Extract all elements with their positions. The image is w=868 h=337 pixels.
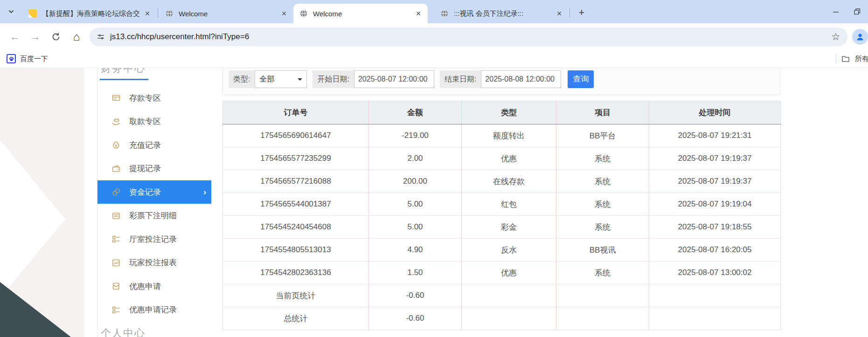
search-button[interactable]: 查询: [568, 70, 594, 88]
sidebar-section-finance: 财务中心: [101, 68, 211, 76]
sidebar-item-label: 存款专区: [129, 93, 161, 103]
table-row: 17545452404546085.00彩金系统2025-08-07 19:18…: [223, 216, 781, 239]
table-cell: BB平台: [556, 124, 649, 147]
table-row: 总统计-0.60: [223, 307, 781, 330]
back-button[interactable]: ←: [6, 28, 24, 46]
table-cell: 系统: [556, 216, 649, 239]
person-icon: [855, 32, 865, 42]
tab-search-button[interactable]: [4, 4, 19, 19]
card-icon: [111, 93, 121, 103]
sidebar-item-1[interactable]: 取款专区: [97, 110, 211, 133]
type-select[interactable]: 全部: [255, 70, 307, 88]
sidebar-item-2[interactable]: 充值记录: [97, 133, 211, 157]
table-cell: 系统: [556, 170, 649, 193]
tab-title: Welcome: [313, 10, 413, 18]
table-cell: 1754565544001387: [223, 193, 369, 216]
all-bookmarks-label: 所有: [855, 55, 868, 63]
table-cell: 4.90: [369, 239, 462, 261]
table-cell: 总统计: [223, 307, 369, 330]
table-cell: 系统: [556, 193, 649, 216]
table-cell: 在线存款: [462, 170, 556, 193]
table-row: 1754565577216088200.00在线存款系统2025-08-07 1…: [223, 170, 781, 193]
table-row: 17545655772352992.00优惠系统2025-08-07 19:19…: [223, 147, 781, 170]
table-cell: 1754565577216088: [223, 170, 369, 193]
sidebar-item-8[interactable]: 优惠申请: [97, 275, 211, 298]
table-cell: -219.00: [369, 124, 462, 147]
end-date-label: 结束日期:: [440, 70, 481, 88]
bookmark-label: 百度一下: [20, 55, 48, 63]
table-cell: 1754565690614647: [223, 124, 369, 147]
sidebar-item-7[interactable]: 玩家投注报表: [97, 251, 211, 275]
table-row: 1754565690614647-219.00额度转出BB平台2025-08-0…: [223, 124, 781, 147]
table-row: 17545655440013875.00红包系统2025-08-07 19:19…: [223, 193, 781, 216]
address-bar[interactable]: js13.cc/hhcp/usercenter.html?iniType=6 ☆: [90, 28, 847, 46]
sidebar-menu: 存款专区取款专区充值记录提现记录资金记录›彩票下注明细厅室投注记录玩家投注报表优…: [97, 86, 211, 322]
tab-forum[interactable]: 【新提醒】海燕策略论坛综合交 ×: [22, 4, 157, 23]
home-icon: ⌂: [73, 31, 80, 42]
close-icon[interactable]: ×: [142, 8, 153, 19]
table-cell: 2025-08-07 19:19:04: [649, 193, 781, 216]
table-cell: BB视讯: [556, 239, 649, 261]
start-date-input[interactable]: [354, 70, 434, 88]
table-cell: 2025-08-07 13:00:02: [649, 261, 781, 284]
sidebar-item-0[interactable]: 存款专区: [97, 86, 211, 110]
globe-icon: [299, 9, 308, 18]
table-cell: [556, 284, 649, 307]
active-section-underline: [100, 79, 148, 80]
end-date-input[interactable]: [481, 70, 561, 88]
sidebar: 财务中心 存款专区取款专区充值记录提现记录资金记录›彩票下注明细厅室投注记录玩家…: [97, 68, 211, 337]
sidebar-item-label: 提现记录: [129, 163, 161, 174]
tab-divider: [158, 7, 158, 18]
new-tab-button[interactable]: +: [575, 6, 589, 20]
table-cell: 2025-08-07 19:18:55: [649, 216, 781, 239]
minimize-button[interactable]: [825, 0, 847, 23]
sidebar-item-5[interactable]: 彩票下注明细: [97, 204, 211, 227]
filter-row: 类型: 全部 开始日期: 结束日期: 查询: [229, 70, 774, 88]
table-header-cell: 处理时间: [649, 101, 781, 124]
sidebar-item-9[interactable]: 优惠申请记录: [97, 298, 211, 322]
table-cell: 2.00: [369, 147, 462, 170]
globe-icon: [165, 9, 174, 18]
type-label: 类型:: [229, 70, 255, 88]
reload-button[interactable]: [47, 28, 65, 46]
list-icon: [111, 211, 121, 220]
table-header-cell: 类型: [462, 101, 556, 124]
bookmark-baidu[interactable]: 百度一下: [7, 54, 48, 63]
sidebar-item-4[interactable]: 资金记录›: [97, 180, 211, 204]
table-cell: 优惠: [462, 261, 556, 284]
tab-video-records[interactable]: :::视讯 会员下注纪录::: ×: [434, 4, 569, 23]
home-button[interactable]: ⌂: [68, 28, 85, 46]
start-date-label: 开始日期:: [312, 70, 354, 88]
all-bookmarks[interactable]: 所有: [836, 50, 868, 68]
close-icon[interactable]: ×: [413, 8, 424, 19]
tab-welcome-1[interactable]: Welcome ×: [159, 4, 293, 23]
bookmarks-bar: 百度一下 所有: [0, 50, 868, 68]
table-cell: 200.00: [369, 170, 462, 193]
table-header-cell: 项目: [556, 101, 649, 124]
end-date-group: 结束日期:: [440, 70, 561, 88]
sidebar-item-label: 资金记录: [129, 187, 161, 198]
tab-title: 【新提醒】海燕策略论坛综合交: [42, 9, 142, 18]
table-cell: 5.00: [369, 193, 462, 216]
site-info-icon[interactable]: [96, 32, 105, 41]
table-cell: 1754554805513013: [223, 239, 369, 261]
profile-avatar[interactable]: [852, 29, 868, 45]
url-text[interactable]: js13.cc/hhcp/usercenter.html?iniType=6: [110, 32, 830, 41]
table-body: 1754565690614647-219.00额度转出BB平台2025-08-0…: [223, 124, 781, 330]
table-cell: 彩金: [462, 216, 556, 239]
close-icon[interactable]: ×: [554, 8, 565, 19]
close-icon[interactable]: ×: [278, 8, 290, 19]
bookmark-star-icon[interactable]: ☆: [830, 31, 841, 42]
tab-welcome-2-active[interactable]: Welcome ×: [293, 4, 428, 23]
gift-icon: [111, 282, 121, 291]
folder-icon: [841, 54, 850, 63]
forward-button[interactable]: →: [27, 28, 44, 46]
table-cell: [462, 284, 556, 307]
sidebar-item-3[interactable]: 提现记录: [97, 157, 211, 180]
filter-card: 类型: 全部 开始日期: 结束日期: 查询: [222, 68, 780, 95]
table-cell: 系统: [556, 147, 649, 170]
sidebar-item-6[interactable]: 厅室投注记录: [97, 227, 211, 251]
table-cell: 反水: [462, 239, 556, 261]
restore-button[interactable]: [847, 0, 868, 23]
funds-record-table: 订单号金额类型项目处理时间 1754565690614647-219.00额度转…: [222, 101, 781, 330]
